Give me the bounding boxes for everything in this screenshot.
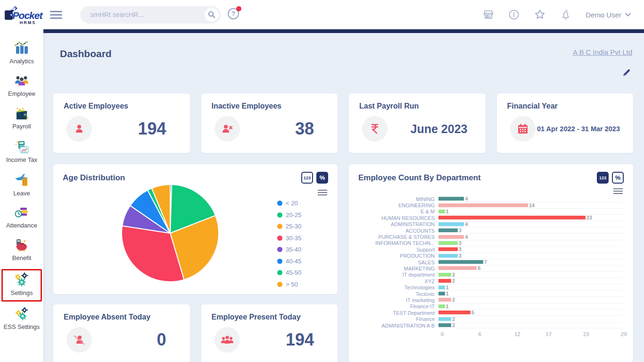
menu-hamburger-icon[interactable]: [50, 9, 62, 21]
stat-value: 0: [157, 330, 176, 350]
bar-value-label: 2: [452, 297, 455, 303]
stat-title: Last Payroll Run: [359, 102, 475, 110]
bar-value-label: 2: [452, 278, 455, 284]
stat-title: Active Employees: [64, 102, 180, 110]
store-icon[interactable]: [483, 9, 494, 20]
bar-value-label: 3: [459, 227, 462, 233]
bar: [438, 323, 451, 327]
svg-text:?: ?: [231, 10, 236, 17]
sidebar-item-leave[interactable]: Leave: [0, 171, 43, 201]
stat-title: Inactive Employees: [212, 102, 328, 110]
sidebar-item-label: ESS Settings: [2, 323, 42, 331]
bar-category-label: TEST Department: [358, 310, 438, 316]
bar-category-label: ACCOUNTS: [358, 228, 438, 234]
bar-value-label: 3: [459, 253, 462, 259]
percent-toggle-button[interactable]: %: [316, 172, 328, 184]
sidebar-item-employee[interactable]: Employee: [0, 72, 43, 101]
bar: [438, 235, 464, 239]
sidebar-item-income-tax[interactable]: Income Tax: [0, 137, 43, 167]
legend-label: > 50: [286, 281, 298, 288]
stat-value: 38: [295, 119, 324, 139]
bar: [438, 279, 451, 283]
percent-toggle-button[interactable]: %: [612, 172, 624, 184]
legend-label: 25-30: [286, 223, 301, 230]
x-axis: 0612172329: [442, 331, 624, 340]
sidebar-item-benefit[interactable]: Benefit: [0, 236, 43, 265]
bar-row: Support3: [358, 246, 624, 253]
main-content: Dashboard A B C India Pvt Ltd Active Emp…: [43, 29, 644, 362]
bar: [438, 222, 464, 226]
numeric-toggle-button[interactable]: 123: [597, 172, 609, 184]
bar-row: MINING4: [358, 196, 624, 202]
people-group-icon: [215, 327, 240, 353]
bar-row: FInance2: [358, 316, 624, 322]
legend-dot: [277, 270, 282, 275]
app-logo[interactable]: Pocket HRMS: [0, 4, 45, 25]
income-tax-icon: [14, 139, 30, 154]
company-link[interactable]: A B C India Pvt Ltd: [573, 48, 632, 56]
bar-category-label: MARKETING: [358, 266, 438, 271]
stat-title: Employee Absent Today: [64, 313, 180, 321]
bar: [438, 247, 458, 251]
bell-icon[interactable]: [560, 9, 571, 20]
chart-menu-icon[interactable]: [318, 188, 327, 197]
legend-label: 45-50: [286, 269, 301, 276]
bar-category-label: INFORMATION TECHN...: [358, 240, 438, 246]
bar-row: TEST Department5: [358, 310, 624, 316]
topbar: Pocket HRMS ? Demo User: [0, 0, 644, 29]
bar-category-label: IT department: [358, 272, 438, 278]
search-icon[interactable]: [205, 8, 219, 22]
legend-item[interactable]: > 50: [277, 281, 328, 288]
search-bar[interactable]: [80, 6, 221, 24]
search-input[interactable]: [91, 11, 205, 18]
info-icon[interactable]: [508, 9, 520, 20]
user-menu[interactable]: Demo User: [586, 11, 631, 19]
legend-item[interactable]: 35-40: [277, 246, 328, 253]
bar-value-label: 4: [465, 221, 468, 227]
sidebar-item-settings[interactable]: Settings: [1, 269, 42, 302]
bar-value-label: 1: [446, 303, 449, 309]
legend-label: < 20: [286, 200, 298, 207]
legend-item[interactable]: 45-50: [277, 269, 328, 276]
x-axis-tick: 6: [478, 331, 481, 337]
legend-item[interactable]: 20-25: [277, 211, 328, 219]
legend-item[interactable]: < 20: [277, 200, 328, 207]
bar: [438, 254, 458, 258]
help-icon[interactable]: ?: [227, 8, 239, 22]
bar-row: Finance IT1: [358, 303, 624, 310]
star-icon[interactable]: [534, 8, 546, 21]
bar: [438, 216, 586, 219]
bar-value-label: 2: [452, 272, 455, 278]
department-chart-card: Employee Count By Department 123 % MININ…: [349, 164, 633, 362]
bar-row: Tectonic1: [358, 291, 624, 297]
legend-item[interactable]: 25-30: [277, 223, 328, 230]
bar: [438, 241, 458, 245]
bar-row: PURCHASE & STORES4: [358, 234, 624, 240]
bar-row: PRODUCTION3: [358, 253, 624, 259]
bar-category-label: FInance: [358, 316, 438, 322]
bar-row: ENGINEERING14: [358, 202, 624, 208]
bar-category-label: Finance IT: [358, 303, 438, 309]
chart-menu-icon[interactable]: [613, 188, 623, 194]
bar-category-label: SALES: [358, 260, 438, 265]
bar-category-label: HUMAN RESOURCES: [358, 215, 438, 221]
legend-item[interactable]: 40-45: [277, 258, 328, 265]
chevron-down-icon: [625, 13, 631, 17]
sidebar-item-ess-settings[interactable]: ESS Settings: [0, 305, 43, 334]
numeric-toggle-button[interactable]: 123: [301, 172, 313, 184]
benefit-icon: [14, 238, 30, 253]
sidebar-item-analytics[interactable]: Analytics: [0, 39, 43, 68]
analytics-icon: [14, 41, 30, 56]
edit-pencil-icon[interactable]: [622, 68, 631, 77]
bar-row: E & M1: [358, 209, 624, 215]
attendance-icon: [14, 206, 30, 220]
sidebar-item-attendance[interactable]: Attendance: [0, 204, 43, 233]
bar-row: Technologies1: [358, 284, 624, 290]
stat-value: 194: [286, 330, 324, 350]
sidebar-item-payroll[interactable]: Payroll: [0, 105, 43, 134]
legend-item[interactable]: 30-35: [277, 235, 328, 242]
legend-dot: [277, 236, 282, 241]
sidebar-item-label: Benefit: [10, 254, 33, 262]
bar-row: ACCOUNTS3: [358, 227, 624, 234]
page-title: Dashboard: [60, 48, 112, 59]
